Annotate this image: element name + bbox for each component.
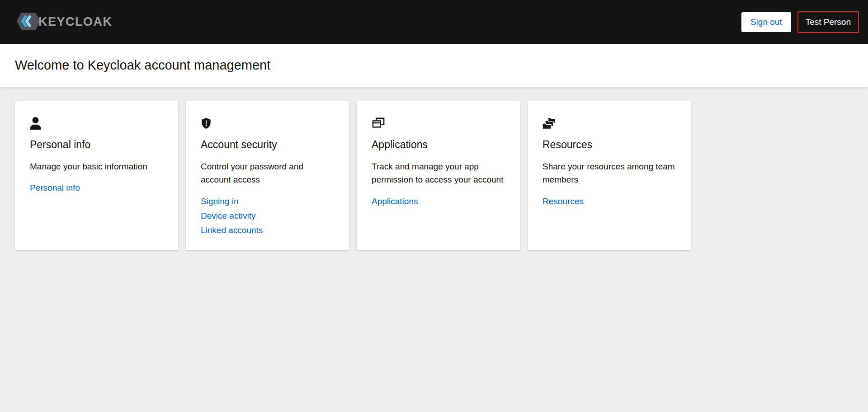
shield-exclamation-icon [201,117,212,130]
card-applications: Applications Track and manage your app p… [357,101,520,250]
card-links: Signing in Device activity Linked accoun… [201,197,334,235]
card-description: Manage your basic information [30,160,163,173]
card-description: Track and manage your app permission to … [372,160,505,187]
keycloak-logo-icon [17,13,40,32]
app-header: KEYCLOAK Sign out Test Person [0,0,868,44]
card-title: Account security [201,139,334,151]
card-links: Applications [372,197,505,206]
card-account-security: Account security Control your password a… [186,101,349,250]
user-menu-button[interactable]: Test Person [797,11,859,33]
card-links: Resources [542,197,676,206]
signing-in-link[interactable]: Signing in [201,197,238,206]
personal-info-link[interactable]: Personal info [30,183,80,193]
cards-grid: Personal info Manage your basic informat… [0,87,868,265]
page-title: Welcome to Keycloak account management [15,58,270,73]
resources-link[interactable]: Resources [542,197,584,206]
applications-icon [372,117,385,130]
card-resources: Resources Share your resources among tea… [528,101,691,250]
card-description: Control your password and account access [201,160,334,187]
welcome-banner: Welcome to Keycloak account management [0,44,868,87]
card-personal-info: Personal info Manage your basic informat… [15,101,178,250]
linked-accounts-link[interactable]: Linked accounts [201,225,263,235]
stacked-folders-icon [542,117,556,130]
card-title: Personal info [30,139,163,151]
card-title: Resources [542,139,676,151]
card-description: Share your resources among team members [542,160,676,187]
applications-link[interactable]: Applications [372,197,418,206]
card-links: Personal info [30,183,163,193]
user-icon [30,117,41,130]
brand-text: KEYCLOAK [38,15,113,29]
header-actions: Sign out Test Person [741,11,859,33]
card-title: Applications [372,139,505,151]
keycloak-logo[interactable]: KEYCLOAK [17,13,113,32]
device-activity-link[interactable]: Device activity [201,211,255,221]
sign-out-button[interactable]: Sign out [741,12,791,32]
